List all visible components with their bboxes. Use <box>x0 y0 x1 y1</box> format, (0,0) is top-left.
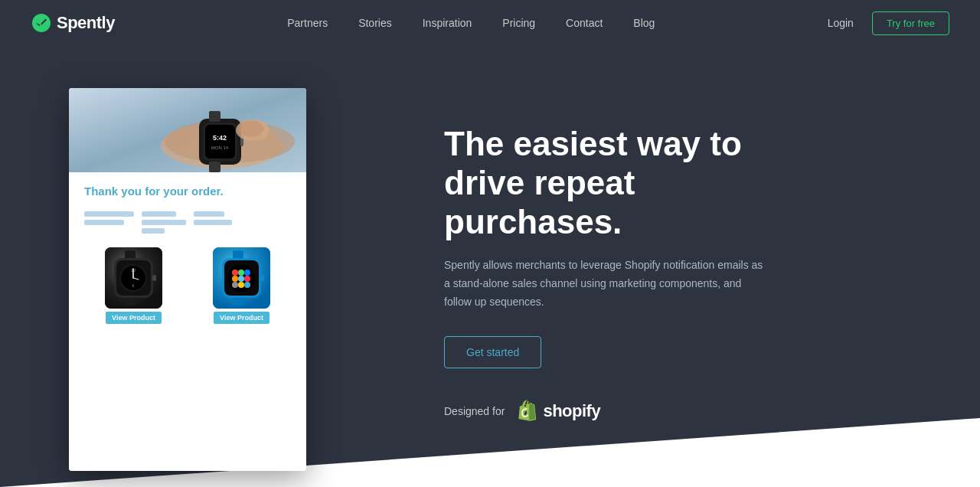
svg-text:6: 6 <box>132 283 135 288</box>
product-card-black-watch: 12 6 View Product <box>84 247 183 324</box>
svg-point-40 <box>238 282 244 288</box>
view-product-btn-1[interactable]: View Product <box>106 312 162 324</box>
svg-rect-26 <box>152 275 156 281</box>
hero-headline: The easiest way to drive repeat purchase… <box>444 125 796 241</box>
black-watch-image: 12 6 <box>105 247 162 309</box>
nav-blog[interactable]: Blog <box>633 17 655 29</box>
login-link[interactable]: Login <box>828 17 854 29</box>
svg-point-39 <box>232 282 238 288</box>
logo-text: Spently <box>57 13 115 33</box>
email-body: Thank you for your order. <box>69 172 306 471</box>
svg-rect-8 <box>209 162 220 172</box>
logo-link[interactable]: S Spently <box>31 12 115 34</box>
nav-right: Login Try for free <box>828 11 949 35</box>
product-card-blue-watch: View Product <box>192 247 291 324</box>
svg-rect-42 <box>260 275 264 281</box>
email-mockup-wrapper: 5:42 MON 14 Thank you for your order. <box>69 88 306 471</box>
svg-point-34 <box>238 270 244 276</box>
hero-subtext: Spently allows merchants to leverage Sho… <box>444 257 766 311</box>
get-started-button[interactable]: Get started <box>444 336 541 368</box>
nav-links: Partners Stories Inspiration Pricing Con… <box>287 16 655 30</box>
spently-logo-icon: S <box>31 12 52 34</box>
svg-text:MON 14: MON 14 <box>211 145 229 150</box>
email-thank-you-text: Thank you for your order. <box>84 185 291 198</box>
svg-rect-7 <box>209 111 220 122</box>
svg-point-33 <box>232 270 238 276</box>
nav-inspiration[interactable]: Inspiration <box>423 17 472 29</box>
email-card: 5:42 MON 14 Thank you for your order. <box>69 88 306 471</box>
nav-stories[interactable]: Stories <box>358 17 392 29</box>
nav-partners[interactable]: Partners <box>287 17 328 29</box>
blue-watch-image <box>213 247 270 309</box>
nav-contact[interactable]: Contact <box>566 17 603 29</box>
svg-point-37 <box>238 276 244 282</box>
hero-text: The easiest way to drive repeat purchase… <box>444 125 796 423</box>
email-header-photo: 5:42 MON 14 <box>69 88 306 172</box>
email-products: 12 6 View Product <box>84 247 291 324</box>
nav-pricing[interactable]: Pricing <box>502 17 535 29</box>
svg-rect-9 <box>205 125 235 159</box>
svg-point-38 <box>244 276 250 282</box>
svg-point-41 <box>244 282 250 288</box>
svg-point-14 <box>239 120 263 137</box>
navbar: S Spently Partners Stories Inspiration P… <box>0 0 980 46</box>
svg-point-35 <box>244 270 250 276</box>
watch-photo-illustration: 5:42 MON 14 <box>69 88 306 172</box>
svg-text:5:42: 5:42 <box>213 134 227 142</box>
email-lines <box>84 211 291 234</box>
view-product-btn-2[interactable]: View Product <box>214 312 270 324</box>
try-free-button[interactable]: Try for free <box>872 11 949 35</box>
svg-text:S: S <box>35 18 42 29</box>
svg-point-36 <box>232 276 238 282</box>
